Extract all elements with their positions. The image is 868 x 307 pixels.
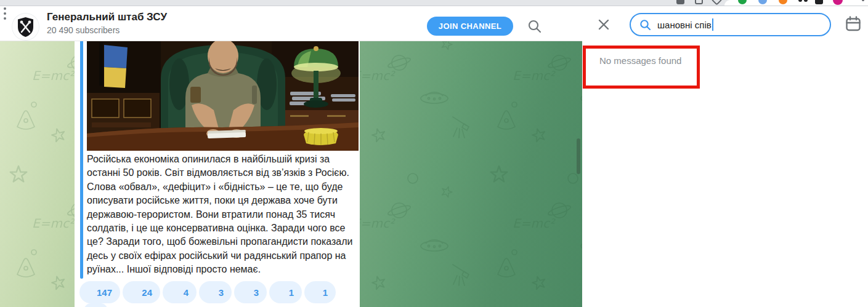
channel-avatar[interactable] bbox=[12, 14, 39, 40]
extension-dots-icon[interactable] bbox=[798, 0, 802, 2]
extension-blue-icon[interactable] bbox=[758, 0, 767, 4]
search-query-text: шановні спів bbox=[657, 20, 712, 30]
reaction-pill-partial[interactable] bbox=[84, 303, 107, 307]
message-search-input[interactable]: шановні спів bbox=[630, 13, 831, 36]
reaction-pill[interactable]: 1 bbox=[304, 281, 336, 303]
message-accent-bar bbox=[80, 41, 83, 279]
browser-menu-icon[interactable] bbox=[862, 0, 864, 1]
close-icon[interactable] bbox=[597, 18, 610, 31]
channel-header: Генеральний штаб ЗСУ 20 490 subscribers … bbox=[0, 6, 582, 41]
text-cursor bbox=[712, 18, 713, 31]
join-channel-button[interactable]: JOIN CHANNEL bbox=[427, 17, 513, 36]
channel-subscribers: 20 490 subscribers bbox=[47, 25, 120, 35]
search-icon bbox=[639, 19, 651, 31]
no-messages-found-label: No messages found bbox=[599, 55, 681, 66]
message-bubble: Російська економіка опинилася в найбільш… bbox=[75, 41, 360, 307]
download-icon[interactable] bbox=[676, 0, 684, 4]
message-photo[interactable] bbox=[87, 41, 359, 151]
more-options-icon[interactable] bbox=[0, 6, 10, 21]
channel-title: Генеральний штаб ЗСУ bbox=[47, 11, 167, 23]
extension-green-icon[interactable] bbox=[738, 0, 747, 4]
reaction-pill[interactable]: 3 bbox=[199, 281, 232, 303]
browser-toolbar-strip bbox=[0, 0, 868, 6]
reactions-row: 147 24 4 3 3 1 1 bbox=[79, 281, 336, 303]
reaction-pill[interactable]: 24 bbox=[123, 281, 160, 303]
search-icon[interactable] bbox=[527, 19, 542, 34]
reaction-pill[interactable]: 1 bbox=[269, 281, 302, 303]
extension-black-icon[interactable] bbox=[815, 0, 823, 4]
extension-dots-icon[interactable] bbox=[804, 0, 808, 2]
bookmark-star-icon[interactable] bbox=[711, 0, 722, 6]
message-text: Російська економіка опинилася в найбільш… bbox=[87, 153, 353, 277]
browser-extensions-panel bbox=[724, 0, 868, 6]
message-search-panel: шановні спів No messages found bbox=[582, 6, 868, 307]
calendar-icon[interactable] bbox=[845, 15, 862, 33]
profile-avatar-icon[interactable] bbox=[833, 0, 843, 5]
extension-orange-icon[interactable] bbox=[779, 0, 787, 4]
reaction-pill[interactable]: 3 bbox=[234, 281, 267, 303]
reaction-pill[interactable]: 147 bbox=[79, 281, 120, 303]
telegram-web-window: E=mc² bbox=[0, 0, 868, 307]
reaction-pill[interactable]: 4 bbox=[163, 281, 197, 303]
chat-scrollbar-thumb[interactable] bbox=[577, 138, 580, 174]
annotation-rectangle bbox=[583, 46, 700, 89]
sidepanel-icon[interactable] bbox=[695, 0, 703, 4]
